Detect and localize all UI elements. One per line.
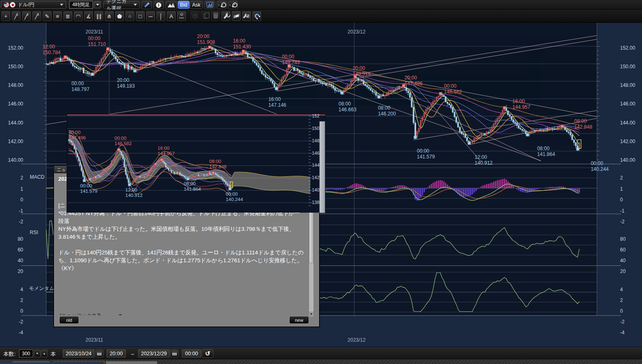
undo-history-button[interactable]: [190, 11, 200, 22]
measure-pencil-tool[interactable]: ✎: [42, 11, 52, 22]
arc-gauge-tool-icon: ◠: [76, 13, 80, 19]
horizontal-line-tool-icon: ─: [149, 13, 152, 19]
high-annotation: 16:00144.957: [513, 98, 530, 110]
pentagon-icon: [117, 14, 122, 19]
hand-icon: [213, 14, 218, 19]
trendline-1-tool[interactable]: ╱1: [11, 11, 21, 22]
high-annotation: 08:00142.848: [574, 118, 592, 130]
draw-pencil-button[interactable]: [141, 1, 152, 9]
from-date-field[interactable]: 2023/10/24: [63, 350, 94, 357]
high-annotation: 08:00142.848: [209, 159, 227, 170]
arc-gauge-tool[interactable]: ◠: [73, 11, 83, 22]
indicator-title-momentum: モメンタム: [29, 285, 54, 292]
high-annotation: 16:00151.430: [233, 38, 251, 50]
pitchfork-tool[interactable]: ⋔: [104, 11, 114, 22]
low-annotation: 00:00141.579: [80, 183, 98, 194]
settings-list-button[interactable]: [242, 11, 252, 22]
mountain-chart-icon: [168, 3, 175, 7]
chart-date-label: 2023/11: [86, 29, 103, 35]
low-annotation: 20:00149.183: [117, 77, 134, 89]
rectangle-tool[interactable]: □: [135, 11, 145, 22]
mini-chart-button[interactable]: [204, 1, 215, 9]
down-arrow-icon: ↕: [218, 3, 220, 7]
technical-select-button[interactable]: テクニカル選択: [103, 1, 140, 9]
price-axis-label: 150.00: [5, 64, 23, 69]
news-scrollbar-thumb[interactable]: [309, 209, 314, 263]
parallel-lines-tool[interactable]: ≡: [53, 11, 62, 22]
count-increase-button[interactable]: ▲: [41, 350, 48, 357]
high-annotation: 00:00151.710: [88, 36, 106, 47]
calendar-icon: [172, 351, 177, 356]
scroll-down-arrow-icon[interactable]: ▼: [309, 311, 314, 317]
indicator-tick-label: 2: [9, 297, 23, 303]
info-button[interactable]: i: [153, 1, 164, 9]
from-time-field[interactable]: 20:00: [107, 350, 126, 357]
crosshair-tool[interactable]: ＋: [1, 11, 11, 22]
ask-button[interactable]: Ask: [190, 1, 203, 9]
wrench-button[interactable]: [221, 11, 231, 22]
timeframe-label: 4時間足: [72, 1, 90, 8]
old-news-button[interactable]: old: [59, 316, 79, 324]
bid-button[interactable]: Bid: [178, 1, 189, 9]
trendline-3-tool[interactable]: ╱3: [32, 11, 42, 22]
popup-axis-label: 142: [312, 175, 319, 180]
low-annotation: 00:00140.244: [591, 160, 608, 172]
currency-pair-select[interactable]: ドル/円: [1, 1, 66, 9]
ask-label: Ask: [192, 2, 200, 8]
high-annotation: 20:00147.496: [69, 130, 86, 141]
text-tool[interactable]: A: [166, 11, 176, 22]
dense-lines-tool[interactable]: ≣: [63, 11, 73, 22]
pentagon-tool[interactable]: [115, 11, 125, 22]
high-annotation: 20:00148.515: [352, 65, 370, 77]
magnet-button[interactable]: [252, 11, 262, 22]
rectangle-tool-icon: □: [139, 13, 142, 19]
indicator-tick-label: 20: [620, 268, 625, 274]
count-decrease-button[interactable]: ▼: [34, 350, 41, 357]
from-calendar-button[interactable]: [95, 350, 103, 357]
timeframe-select[interactable]: 4時間足: [69, 1, 93, 9]
bar-chart-icon: [206, 2, 213, 8]
zoom-out-button[interactable]: ↕-: [217, 1, 227, 9]
pan-hand-button[interactable]: [211, 11, 220, 22]
popup-scrollbar[interactable]: [319, 121, 325, 213]
bar-count-input[interactable]: 300: [19, 350, 33, 357]
low-annotation: 00:00148.797: [72, 81, 89, 92]
indicator-tick-label: -1: [620, 208, 625, 214]
minimized-window-tab[interactable]: [106, 361, 157, 364]
calendar-icon: [97, 351, 102, 356]
up-arrow-icon: ↕: [229, 3, 231, 7]
new-news-button[interactable]: new: [289, 316, 309, 324]
main-toolbar: ドル/円 4時間足 テクニカル選択 i Bid Ask ↕- ↕+: [0, 0, 642, 10]
news-text-line: NY外為市場でドルは下げ止まった。米国債相場も反落。10年債利回りは3.798％…: [58, 225, 304, 241]
indicator-tick-label: 1: [9, 186, 23, 192]
popup-axis-label: 148: [312, 138, 319, 143]
copy-button[interactable]: [200, 11, 210, 22]
reload-button[interactable]: ↺: [202, 349, 213, 358]
price-axis-label: 152.00: [620, 45, 635, 51]
news-scrollbar[interactable]: ▼: [309, 209, 314, 317]
currency-pair-label: ドル/円: [18, 1, 34, 8]
to-calendar-button[interactable]: [170, 350, 179, 357]
drawing-toolbar: ＋╱1╱2╱3✎≡≣◠∡∥∥⋔○□─│A☺icon: [0, 10, 642, 23]
indicator-tick-label: 0: [620, 308, 623, 314]
trendline-2-tool[interactable]: ╱2: [22, 11, 31, 22]
popup-chart-canvas[interactable]: [67, 115, 319, 212]
vertical-lines-tool[interactable]: ∥∥: [94, 11, 104, 22]
pencil-icon: [144, 2, 149, 8]
chart-style-button[interactable]: [165, 1, 177, 9]
popup-axis-label: 144: [312, 163, 319, 168]
fan-lines-tool[interactable]: ∡: [84, 11, 93, 22]
vertical-line-tool-icon: │: [159, 13, 163, 19]
zoom-in-button[interactable]: ↕+: [228, 1, 238, 9]
horizontal-line-tool[interactable]: ─: [146, 11, 156, 22]
timeframe-dropdown-button[interactable]: [94, 1, 101, 9]
eraser-button[interactable]: [231, 11, 241, 22]
to-time-field[interactable]: 00:00: [182, 350, 201, 357]
vertical-line-tool[interactable]: │: [156, 11, 166, 22]
wrench-icon: [243, 14, 247, 18]
range-separator: ～: [130, 350, 135, 358]
to-date-field[interactable]: 2023/12/29: [138, 350, 170, 357]
copy-icon: [204, 14, 207, 19]
icon-stamp-tool[interactable]: ☺icon: [177, 11, 187, 22]
circle-tool[interactable]: ○: [125, 11, 135, 22]
